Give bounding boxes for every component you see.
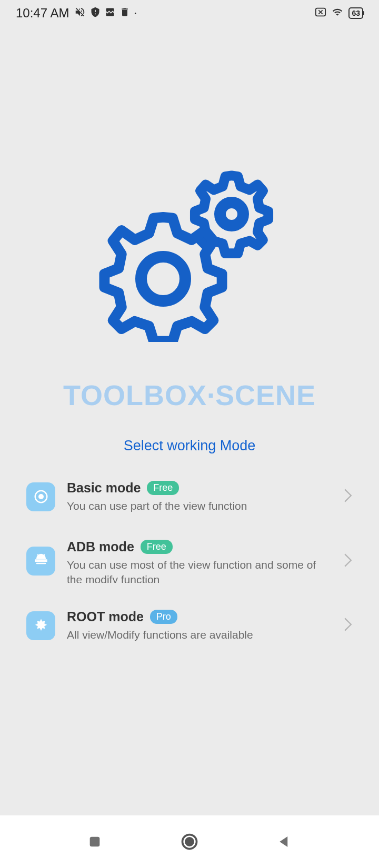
mode-title: ADB mode [67, 539, 134, 554]
shield-icon [90, 7, 101, 19]
mode-item-adb[interactable]: ADB mode Free You can use most of the vi… [26, 539, 353, 583]
svg-rect-6 [36, 562, 46, 564]
chevron-right-icon [343, 488, 353, 505]
mode-description: You can use part of the view function [67, 499, 332, 513]
root-mode-icon [26, 611, 55, 640]
free-badge: Free [141, 540, 173, 554]
wifi-icon [332, 7, 343, 19]
nav-home-button[interactable] [179, 831, 200, 852]
mode-title-row: ADB mode Free [67, 539, 332, 554]
mode-text: Basic mode Free You can use part of the … [67, 480, 332, 513]
adb-mode-icon [26, 547, 55, 576]
main-content: TOOLBOX·SCENE Select working Mode Basic … [0, 26, 379, 815]
trash-icon [119, 7, 130, 19]
mode-text: ROOT mode Pro All view/Modify functions … [67, 609, 332, 642]
dot-icon: • [134, 11, 136, 16]
screen-cast-icon [315, 7, 326, 19]
nav-recents-button[interactable] [84, 831, 105, 852]
app-title: TOOLBOX·SCENE [26, 379, 353, 411]
mode-title: Basic mode [67, 480, 141, 496]
chevron-right-icon [343, 617, 353, 634]
svg-point-2 [141, 257, 185, 301]
status-right: 63 [315, 7, 363, 19]
basic-mode-icon [26, 482, 55, 511]
mode-list: Basic mode Free You can use part of the … [26, 480, 353, 642]
battery-indicator: 63 [348, 7, 363, 19]
svg-rect-7 [90, 837, 100, 847]
navigation-bar [0, 815, 379, 868]
hero-gears-icon [26, 153, 353, 342]
status-time: 10:47 AM [16, 6, 69, 21]
mode-text: ADB mode Free You can use most of the vi… [67, 539, 332, 583]
free-badge: Free [147, 481, 179, 495]
status-left: 10:47 AM • [16, 6, 136, 21]
status-icons-left: • [74, 6, 136, 20]
status-bar: 10:47 AM • 63 [0, 0, 379, 26]
mode-item-root[interactable]: ROOT mode Pro All view/Modify functions … [26, 609, 353, 642]
subtitle: Select working Mode [26, 438, 353, 454]
mode-description: All view/Modify functions are available [67, 628, 332, 642]
mode-item-basic[interactable]: Basic mode Free You can use part of the … [26, 480, 353, 513]
svg-point-4 [39, 494, 43, 499]
svg-rect-5 [36, 560, 46, 561]
svg-point-1 [220, 203, 243, 226]
mode-title: ROOT mode [67, 609, 144, 624]
broken-image-icon [105, 7, 115, 19]
mode-description: You can use most of the view function an… [67, 558, 332, 583]
chevron-right-icon [343, 553, 353, 570]
pro-badge: Pro [150, 610, 177, 624]
nav-back-button[interactable] [274, 831, 295, 852]
mode-title-row: ROOT mode Pro [67, 609, 332, 624]
mute-icon [74, 6, 86, 20]
mode-title-row: Basic mode Free [67, 480, 332, 496]
svg-point-9 [185, 837, 194, 846]
